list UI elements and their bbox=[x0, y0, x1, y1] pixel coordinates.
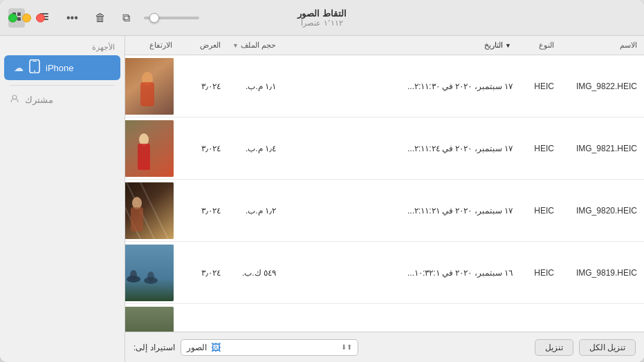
cell-type-2: HEIC bbox=[517, 206, 558, 216]
thumbnail-image-3 bbox=[125, 245, 174, 301]
cell-name-0: IMG_9822.HEIC bbox=[558, 82, 641, 91]
svg-point-36 bbox=[34, 70, 35, 72]
cell-width-0: ٣٫٠٢٤ bbox=[176, 82, 225, 91]
cell-thumb-3 bbox=[128, 242, 176, 304]
slider-thumb bbox=[149, 13, 159, 23]
sidebar-divider bbox=[10, 85, 115, 86]
dropdown-arrow-icon: ⬆⬇ bbox=[341, 343, 352, 351]
cell-date-2: ١٧ سبتمبر، ٢٠٢٠ في ٢:١١:٢١... bbox=[280, 206, 517, 216]
title-bar: التقاط الصور ١٬١١٢ عنصراً ⧉ 🗑 ••• bbox=[0, 0, 644, 36]
cell-size-2: ١٫٢ م.ب. bbox=[225, 206, 280, 216]
minimize-button[interactable] bbox=[22, 13, 31, 22]
svg-rect-10 bbox=[140, 82, 154, 106]
cell-name-2: IMG_9820.HEIC bbox=[558, 206, 641, 216]
cell-date-3: ١٦ سبتمبر، ٢٠٢٠ في ١٠:٣٢:١... bbox=[280, 268, 517, 278]
cell-size-0: ١٫١ م.ب. bbox=[225, 82, 280, 91]
shared-icon bbox=[10, 94, 19, 106]
photo-rows: IMG_9822.HEIC HEIC ١٧ سبتمبر، ٢٠٢٠ في ٢:… bbox=[125, 55, 644, 332]
main-content: الاسم النوع ▼ التاريخ حجم الملف ▼ العرض … bbox=[0, 36, 644, 362]
app-window: التقاط الصور ١٬١١٢ عنصراً ⧉ 🗑 ••• bbox=[0, 0, 644, 362]
cell-width-3: ٣٫٠٢٤ bbox=[176, 268, 225, 278]
photos-folder-icon: 🖼 bbox=[211, 342, 221, 353]
delete-icon[interactable]: 🗑 bbox=[92, 9, 109, 27]
table-row[interactable]: IMG_9822.HEIC HEIC ١٧ سبتمبر، ٢٠٢٠ في ٢:… bbox=[125, 55, 644, 117]
col-header-size[interactable]: حجم الملف ▼ bbox=[225, 41, 280, 50]
cell-width-2: ٣٫٠٢٤ bbox=[176, 206, 225, 216]
traffic-lights bbox=[8, 13, 45, 22]
col-header-type: النوع bbox=[517, 41, 558, 50]
svg-rect-27 bbox=[125, 307, 174, 332]
import-to-label: استيراد إلى: bbox=[134, 343, 175, 352]
maximize-button[interactable] bbox=[8, 13, 17, 22]
cell-name-3: IMG_9819.HEIC bbox=[558, 268, 641, 278]
svg-rect-13 bbox=[138, 144, 150, 170]
download-all-button[interactable]: تنزيل الكل bbox=[579, 339, 636, 356]
table-area: الاسم النوع ▼ التاريخ حجم الملف ▼ العرض … bbox=[125, 36, 644, 362]
cell-date-0: ١٧ سبتمبر، ٢٠٢٠ في ٢:١١:٣٠... bbox=[280, 82, 517, 91]
cell-thumb-2 bbox=[128, 180, 176, 242]
cell-thumb-0 bbox=[128, 55, 176, 117]
bottom-bar: تنزيل الكل تنزيل ⬆⬇ 🖼 الصور استيراد إلى: bbox=[125, 332, 644, 362]
cell-thumb-4 bbox=[128, 304, 176, 332]
svg-point-26 bbox=[147, 272, 154, 281]
col-header-height: الارتفاع bbox=[128, 41, 176, 50]
column-headers: الاسم النوع ▼ التاريخ حجم الملف ▼ العرض … bbox=[125, 36, 644, 55]
zoom-slider[interactable] bbox=[144, 17, 199, 19]
cell-width-1: ٣٫٠٢٤ bbox=[176, 144, 225, 153]
cell-thumb-1 bbox=[128, 117, 176, 180]
iphone-icon bbox=[29, 59, 40, 76]
col-header-width: العرض bbox=[176, 41, 225, 50]
cell-date-1: ١٧ سبتمبر، ٢٠٢٠ في ٢:١١:٢٤... bbox=[280, 144, 517, 153]
import-destination-dropdown[interactable]: ⬆⬇ 🖼 الصور bbox=[181, 339, 358, 356]
sort-arrow-icon: ▼ bbox=[505, 42, 511, 49]
svg-rect-19 bbox=[131, 207, 143, 231]
window-title: التقاط الصور bbox=[297, 8, 347, 19]
svg-point-24 bbox=[130, 270, 137, 280]
table-row[interactable]: IMG_9821.HEIC HEIC ١٧ سبتمبر، ٢٠٢٠ في ٢:… bbox=[125, 117, 644, 180]
cell-type-3: HEIC bbox=[517, 268, 558, 278]
table-row[interactable]: IMG_9816.HEIC HEIC ١٦ سبتمبر، ٢٠٢٠ في ١٠… bbox=[125, 304, 644, 332]
table-row[interactable]: IMG_9819.HEIC HEIC ١٦ سبتمبر، ٢٠٢٠ في ١٠… bbox=[125, 242, 644, 304]
cell-size-3: ٥٤٩ ك.ب. bbox=[225, 268, 280, 278]
sidebar-section-devices: الأجهزة bbox=[0, 36, 125, 55]
table-row[interactable]: IMG_9820.HEIC HEIC ١٧ سبتمبر، ٢٠٢٠ في ٢:… bbox=[125, 180, 644, 242]
thumbnail-image-0 bbox=[125, 58, 174, 115]
cell-type-0: HEIC bbox=[517, 82, 558, 91]
sidebar: الأجهزة iPhone ☁ مشترك bbox=[0, 36, 125, 362]
shared-label: مشترك bbox=[25, 95, 53, 105]
import-destination-label: الصور bbox=[187, 343, 207, 352]
slider-track bbox=[144, 17, 199, 19]
thumbnail-image-1 bbox=[125, 120, 174, 177]
cell-name-1: IMG_9821.HEIC bbox=[558, 144, 641, 153]
window-title-group: التقاط الصور ١٬١١٢ عنصراً bbox=[297, 8, 347, 28]
svg-rect-37 bbox=[33, 61, 37, 61]
cloud-icon: ☁ bbox=[14, 62, 24, 73]
sidebar-item-iphone[interactable]: iPhone ☁ bbox=[4, 55, 120, 80]
more-options-icon[interactable]: ••• bbox=[64, 9, 81, 27]
cell-type-1: HEIC bbox=[517, 144, 558, 153]
cell-size-1: ١٫٤ م.ب. bbox=[225, 144, 280, 153]
col-header-date[interactable]: ▼ التاريخ bbox=[280, 41, 517, 50]
iphone-label: iPhone bbox=[46, 63, 73, 73]
sidebar-shared-section: مشترك bbox=[0, 90, 125, 110]
dropdown-inner: 🖼 الصور bbox=[187, 342, 221, 353]
close-button[interactable] bbox=[36, 13, 45, 22]
col-header-name: الاسم bbox=[558, 41, 641, 50]
thumbnail-image-4 bbox=[125, 307, 174, 332]
copy-icon[interactable]: ⧉ bbox=[120, 9, 133, 27]
window-subtitle: ١٬١١٢ عنصراً bbox=[297, 19, 347, 28]
download-button[interactable]: تنزيل bbox=[535, 339, 573, 356]
thumbnail-image-2 bbox=[125, 182, 174, 239]
